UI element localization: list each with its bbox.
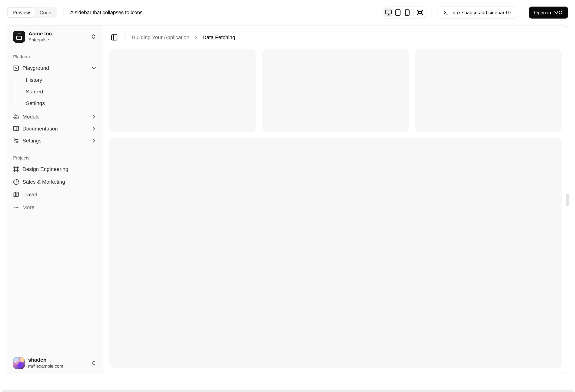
mobile-view-button[interactable] [403,8,412,17]
team-text: Acme Inc Enterprise [28,31,52,42]
pie-chart-icon [13,179,19,185]
chevrons-up-down-icon [91,360,97,366]
team-name: Acme Inc [28,31,52,37]
main-content [103,49,568,374]
user-text: shadcn m@example.com [28,357,63,369]
sidebar-item-more[interactable]: More [10,202,100,213]
device-size-toggle-group [383,7,426,19]
sidebar-item-sales-marketing[interactable]: Sales & Marketing [10,177,100,187]
breadcrumb-current-page: Data Fetching [203,34,235,41]
sidebar-footer: shadcn m@example.com [10,355,100,371]
square-terminal-icon [13,65,19,71]
sidebar-item-label: Design Engineering [23,166,68,172]
open-in-v0-label: Open in [534,10,551,16]
fullscreen-icon [417,9,423,16]
sidebar-item-label: Documentation [23,126,58,132]
sidebar-item-documentation[interactable]: Documentation [10,124,100,134]
chevrons-up-down-icon [91,34,97,40]
user-name: shadcn [28,357,63,363]
placeholder-card [109,49,256,132]
install-command-text: npx shadcn add sidebar-07 [453,10,511,16]
sidebar-subitem-history[interactable]: History [23,75,97,85]
sidebar-item-models[interactable]: Models [10,111,100,122]
monitor-icon [385,9,392,16]
app-sidebar: Acme Inc Enterprise Platform Playground [7,25,103,374]
main-panel: Building Your Application Data Fetching [103,25,568,374]
chevron-right-icon [91,114,97,120]
sidebar-toggle-button[interactable] [109,32,120,43]
team-plan: Enterprise [28,37,52,42]
toolbar: Preview Code A sidebar that collapses to… [0,0,575,25]
map-icon [13,192,19,198]
sidebar-item-label: Sales & Marketing [23,179,65,185]
user-email: m@example.com [28,364,63,369]
page-scrollbar-thumb[interactable] [566,194,569,206]
terminal-icon [443,10,449,15]
tablet-view-button[interactable] [393,8,403,17]
placeholder-grid [109,49,562,132]
chevron-right-icon [91,138,97,144]
sidebar-subitem-starred[interactable]: Starred [23,87,97,97]
toolbar-divider [523,8,523,17]
desktop-view-button[interactable] [384,8,393,17]
gallery-vertical-end-icon [16,33,23,40]
frame-icon [13,166,19,172]
component-description: A sidebar that collapses to icons. [70,10,144,16]
sidebar-item-label: Models [23,114,39,120]
toolbar-divider [64,8,64,17]
placeholder-panel [109,138,562,368]
tab-preview[interactable]: Preview [8,8,35,17]
bot-icon [13,114,19,120]
sidebar-group-label-platform: Platform [10,54,100,60]
placeholder-card [262,49,409,132]
sidebar-item-label: More [23,204,34,210]
playground-submenu: History Starred Settings [16,75,97,109]
ellipsis-icon [13,204,19,210]
device-group-separator [413,9,414,16]
team-switcher[interactable]: Acme Inc Enterprise [10,28,100,45]
avatar [13,357,25,369]
breadcrumb-parent-link[interactable]: Building Your Application [132,34,190,41]
user-menu-button[interactable]: shadcn m@example.com [10,355,100,371]
chevron-down-icon [91,65,97,71]
breadcrumb: Building Your Application Data Fetching [132,34,235,41]
platform-menu: Playground History Starred Settings Mode… [10,63,100,146]
sidebar-item-travel[interactable]: Travel [10,189,100,200]
settings-icon [13,138,19,144]
book-open-icon [13,126,19,132]
fullscreen-button[interactable] [415,8,425,17]
chevron-right-icon [91,126,97,131]
open-in-v0-button[interactable]: Open in [529,7,568,19]
sidebar-item-label: Travel [23,192,37,198]
chevron-right-icon [193,35,198,40]
projects-menu: Design Engineering Sales & Marketing Tra… [10,164,100,213]
sidebar-item-playground[interactable]: Playground [10,63,100,73]
toolbar-divider [432,8,432,17]
tablet-icon [395,9,401,16]
smartphone-icon [404,9,411,16]
sidebar-item-label: Playground [23,65,49,71]
main-header: Building Your Application Data Fetching [103,25,568,49]
placeholder-card [415,49,562,132]
v0-logo-icon [554,10,563,15]
sidebar-item-label: Settings [23,138,41,144]
toolbar-right: npx shadcn add sidebar-07 Open in [383,7,568,19]
team-logo [13,31,25,43]
tab-code[interactable]: Code [35,8,56,17]
sidebar-item-settings[interactable]: Settings [10,135,100,146]
panel-left-icon [111,34,118,41]
sidebar-subitem-settings[interactable]: Settings [23,98,97,109]
sidebar-group-label-projects: Projects [10,155,100,161]
install-command-button[interactable]: npx shadcn add sidebar-07 [438,7,517,19]
preview-code-tabs: Preview Code [7,7,57,18]
sidebar-demo-frame: Acme Inc Enterprise Platform Playground [7,25,568,374]
header-separator [126,34,126,41]
sidebar-item-design-engineering[interactable]: Design Engineering [10,164,100,174]
next-section-edge [1,390,574,392]
